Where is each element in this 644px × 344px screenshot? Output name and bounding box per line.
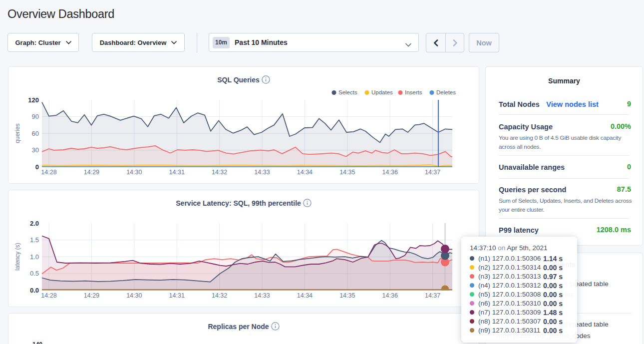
svg-text:30: 30 bbox=[32, 146, 39, 154]
svg-text:1.0: 1.0 bbox=[30, 253, 39, 261]
svg-text:90: 90 bbox=[32, 113, 39, 120]
svg-text:14:28: 14:28 bbox=[41, 292, 56, 299]
svg-text:14:33: 14:33 bbox=[254, 169, 270, 176]
svg-text:14:36: 14:36 bbox=[382, 292, 398, 299]
svg-text:14:28: 14:28 bbox=[41, 169, 56, 176]
svg-text:14:35: 14:35 bbox=[339, 292, 355, 299]
svg-text:14:32: 14:32 bbox=[212, 292, 227, 299]
svg-text:14:37: 14:37 bbox=[425, 292, 440, 299]
svg-text:14:30: 14:30 bbox=[126, 169, 142, 176]
svg-text:14:36: 14:36 bbox=[382, 169, 398, 176]
svg-text:latency (s): latency (s) bbox=[14, 243, 21, 270]
svg-text:14:30: 14:30 bbox=[126, 292, 142, 299]
svg-text:14:31: 14:31 bbox=[169, 292, 185, 299]
svg-text:Selects: Selects bbox=[338, 89, 357, 95]
svg-text:14:29: 14:29 bbox=[84, 169, 99, 176]
svg-text:60: 60 bbox=[32, 130, 39, 137]
svg-text:Inserts: Inserts bbox=[405, 89, 422, 95]
svg-text:queries: queries bbox=[14, 123, 21, 143]
svg-text:14:33: 14:33 bbox=[254, 292, 270, 299]
svg-text:14:35: 14:35 bbox=[339, 169, 355, 176]
svg-text:14:37: 14:37 bbox=[425, 169, 440, 176]
svg-text:Deletes: Deletes bbox=[436, 89, 456, 95]
svg-text:Updates: Updates bbox=[371, 89, 393, 95]
svg-text:14:34: 14:34 bbox=[297, 169, 313, 176]
svg-text:14:29: 14:29 bbox=[84, 292, 99, 299]
svg-text:0: 0 bbox=[35, 163, 39, 171]
svg-text:0.5: 0.5 bbox=[30, 270, 39, 277]
svg-text:14:34: 14:34 bbox=[297, 292, 313, 299]
svg-text:1.5: 1.5 bbox=[30, 236, 39, 244]
svg-text:120: 120 bbox=[28, 96, 39, 104]
svg-text:2.0: 2.0 bbox=[30, 220, 39, 227]
svg-text:14:32: 14:32 bbox=[212, 169, 227, 176]
svg-text:0.0: 0.0 bbox=[30, 287, 39, 294]
svg-text:14:31: 14:31 bbox=[169, 169, 185, 176]
